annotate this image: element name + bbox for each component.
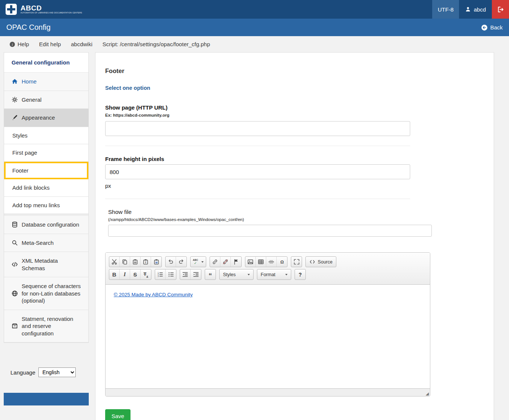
- toolbar-group: 123: [155, 269, 176, 280]
- svg-text:i: i: [12, 42, 13, 46]
- brand[interactable]: ABCD AUTOMATION OF LIBRARIES AND DOCUMEN…: [5, 0, 82, 19]
- show-file-hint: (/xampp/htdocs/ABCD2/www/bases-examples_…: [108, 217, 484, 222]
- toolbar-bold-button[interactable]: B: [109, 269, 120, 280]
- editor-toolbar: TWABC✓ΩSource BISTx123“StylesFormat?: [106, 253, 430, 285]
- sidebar-item-label: Database configuration: [22, 221, 79, 228]
- sidebar-item-styles[interactable]: Styles: [4, 127, 88, 145]
- toolbar-cut-button[interactable]: [109, 257, 120, 267]
- toolbar-format-dropdown[interactable]: Format: [257, 269, 291, 280]
- sidebar-item-add-top-menu-links[interactable]: Add top menu links: [4, 197, 88, 214]
- help-link[interactable]: i Help: [9, 41, 29, 47]
- toolbar-special-char-button[interactable]: Ω: [277, 257, 287, 267]
- page-title: OPAC Config: [6, 23, 51, 32]
- show-file-label: Show file: [108, 209, 484, 215]
- sidebar-heading: General configuration: [4, 53, 88, 73]
- encoding-badge[interactable]: UTF-8: [432, 0, 459, 19]
- brush-icon: [12, 114, 18, 121]
- sidebar-item-label: Add top menu links: [12, 202, 60, 209]
- px-label: px: [105, 183, 484, 189]
- sidebar-item-appeareance[interactable]: Appeareance: [4, 109, 88, 127]
- svg-text:3: 3: [158, 275, 159, 277]
- section-title: Footer: [105, 67, 484, 75]
- divider: [105, 146, 410, 146]
- user-icon: [465, 6, 471, 12]
- sidebar-item-add-link-blocks[interactable]: Add link blocks: [4, 179, 88, 197]
- brand-name: ABCD: [21, 4, 82, 12]
- resize-handle-icon[interactable]: ◢: [426, 392, 429, 396]
- sidebar-item-footer[interactable]: Footer: [4, 162, 88, 180]
- editor-toolbar-row-2: BISTx123“StylesFormat?: [109, 269, 427, 280]
- sidebar-item-home[interactable]: Home: [4, 73, 88, 91]
- toolbar-spellcheck-button[interactable]: ABC✓: [191, 257, 206, 267]
- toolbar-blockquote-button[interactable]: “: [205, 269, 216, 280]
- show-page-input[interactable]: [105, 121, 410, 136]
- sidebar-item-first-page[interactable]: First page: [4, 144, 88, 162]
- toolbar-group: [291, 256, 302, 267]
- toolbar-indent-button[interactable]: [191, 269, 201, 280]
- search-icon: [12, 240, 18, 246]
- toolbar-group: “: [205, 269, 216, 280]
- logout-button[interactable]: [492, 0, 509, 19]
- sidebar-item-label: Statment, renovation and reserve configu…: [22, 315, 81, 337]
- toolbar-about-button[interactable]: ?: [295, 269, 305, 280]
- svg-text:T: T: [145, 261, 147, 264]
- toolbar-bulleted-list-button[interactable]: [166, 269, 176, 280]
- user-menu[interactable]: abcd: [459, 0, 492, 19]
- frame-height-input[interactable]: [105, 164, 410, 179]
- sidebar-item-label: Meta-Search: [22, 239, 54, 247]
- toolbar-outdent-button[interactable]: [180, 269, 191, 280]
- sidebar-item-xml-metadata-schemas[interactable]: XML Metadata Schemas: [4, 252, 88, 277]
- toolbar-strikethrough-button[interactable]: S: [130, 269, 141, 280]
- toolbar-group: ?: [295, 269, 306, 280]
- toolbar-undo-button[interactable]: [166, 257, 176, 267]
- abcdwiki-link[interactable]: abcdwiki: [71, 41, 92, 47]
- script-path: Script: /central/settings/opac/footer_cf…: [103, 41, 210, 47]
- show-file-input[interactable]: [108, 225, 432, 237]
- info-icon: i: [9, 41, 15, 47]
- back-icon: [481, 24, 488, 31]
- back-button[interactable]: Back: [481, 24, 503, 31]
- toolbar-redo-button[interactable]: [176, 257, 186, 267]
- sidebar-item-label: Add link blocks: [12, 184, 50, 192]
- toolbar-maximize-button[interactable]: [291, 257, 302, 267]
- language-label: Language: [10, 369, 35, 376]
- editor-content-link[interactable]: © 2025 Made by ABCD Community: [114, 292, 193, 297]
- sidebar-item-sequence-non-latin[interactable]: Sequence of characters for non-Latin dat…: [4, 277, 88, 310]
- toolbar-italic-button[interactable]: I: [120, 269, 130, 280]
- toolbar-copy-button[interactable]: [120, 257, 130, 267]
- sidebar-item-statement-renovation[interactable]: Statment, renovation and reserve configu…: [4, 310, 88, 343]
- save-button[interactable]: Save: [105, 409, 131, 420]
- toolbar-table-button[interactable]: [256, 257, 266, 267]
- page-header: OPAC Config Back: [0, 19, 509, 36]
- sidebar-item-label: Home: [22, 78, 37, 85]
- code-icon: [12, 261, 18, 268]
- toolbar-paste-text-button[interactable]: T: [141, 257, 151, 267]
- toolbar-paste-word-button[interactable]: W: [151, 257, 161, 267]
- toolbar-group: Ω: [245, 256, 288, 267]
- toolbar-group: BISTx: [109, 269, 151, 280]
- toolbar-remove-format-button[interactable]: Tx: [141, 269, 151, 280]
- toolbar-image-button[interactable]: [245, 257, 256, 267]
- globe-icon: [12, 290, 18, 297]
- toolbar-source-button[interactable]: Source: [306, 257, 336, 267]
- editor-content-area[interactable]: © 2025 Made by ABCD Community: [106, 285, 430, 388]
- sidebar-item-database-configuration[interactable]: Database configuration: [4, 214, 88, 234]
- toolbar-group: Format: [257, 269, 291, 280]
- edit-help-link[interactable]: Edit help: [39, 41, 61, 47]
- back-label: Back: [490, 24, 503, 31]
- toolbar-group: Source: [305, 256, 336, 267]
- language-select[interactable]: English: [38, 367, 76, 377]
- sidebar-item-label: Sequence of characters for non-Latin dat…: [22, 282, 81, 304]
- sidebar-item-meta-search[interactable]: Meta-Search: [4, 234, 88, 252]
- main-panel: Footer Select one option Show page (HTTP…: [95, 52, 494, 420]
- show-page-label: Show page (HTTP URL): [105, 104, 484, 111]
- toolbar-numbered-list-button[interactable]: 123: [155, 269, 166, 280]
- database-icon: [12, 221, 18, 228]
- toolbar-unlink-button[interactable]: [220, 257, 231, 267]
- toolbar-link-button[interactable]: [210, 257, 220, 267]
- toolbar-styles-dropdown[interactable]: Styles: [220, 269, 253, 280]
- toolbar-anchor-button[interactable]: [231, 257, 241, 267]
- toolbar-horizontal-rule-button[interactable]: [266, 257, 277, 267]
- toolbar-paste-button[interactable]: [130, 257, 141, 267]
- sidebar-item-general[interactable]: General: [4, 91, 88, 109]
